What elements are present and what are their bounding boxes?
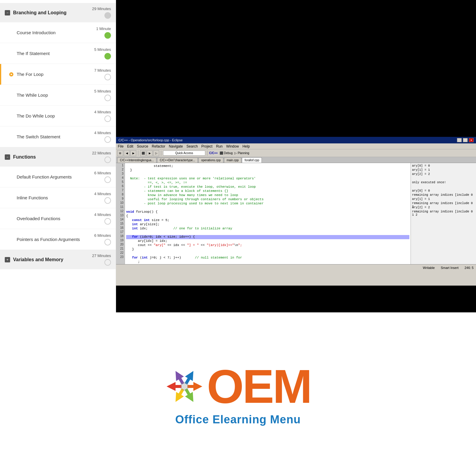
lesson-duration: 5 Minutes	[94, 47, 111, 60]
ide-window-controls[interactable]: _ □ ✕	[457, 138, 474, 142]
lesson-play-icon	[9, 93, 14, 98]
menu-search[interactable]: Search	[187, 144, 198, 148]
line-num: 3	[116, 172, 125, 176]
ide-tabs: C/C++Interestinglengua... C/C++Dim"chara…	[116, 157, 476, 163]
menu-run[interactable]: Run	[216, 144, 223, 148]
video-bottom-bar	[116, 286, 476, 312]
video-area: C/C++ - Operations/src/forloop.cpp - Ecl…	[116, 0, 476, 312]
lesson-for-loop[interactable]: The For Loop 7 Minutes	[0, 64, 116, 85]
tab-active[interactable]: forallof.cpp	[242, 157, 262, 163]
lesson-name: The For Loop	[17, 72, 43, 77]
ide-editor-area: 1 2 3 4 5 6 7 8 9 10 11 12 13 14 15 16 1	[116, 163, 476, 264]
toolbar-btn-4[interactable]: ⬛	[140, 150, 146, 156]
lesson-if-statement[interactable]: The If Statement 5 Minutes	[0, 43, 116, 64]
section-functions-duration: 22 Minutes	[92, 151, 111, 163]
section-variables[interactable]: + Variables and Memory 27 Minutes	[0, 250, 116, 269]
code-line: ==, <, >, <=, >=, !=	[126, 181, 409, 185]
code-line: statement;	[126, 164, 409, 168]
line-num: 5	[116, 180, 125, 184]
lesson-name: The Do While Loop	[17, 113, 55, 118]
lesson-duration: 7 Minutes	[94, 68, 111, 80]
active-play-icon	[9, 72, 14, 77]
tab-4[interactable]: main.cpp	[224, 157, 242, 163]
code-line: }	[126, 248, 409, 252]
section-functions[interactable]: − Functions 22 Minutes	[0, 147, 116, 167]
menu-file[interactable]: File	[118, 144, 123, 148]
ide-code-editor[interactable]: statement; } Note: - test expression use…	[125, 163, 411, 264]
perspective-cpp[interactable]: C/C++	[209, 151, 218, 155]
line-num: 8	[116, 193, 125, 197]
tab-2[interactable]: C/C++Dim"charactertype...	[157, 157, 198, 163]
lesson-progress	[104, 95, 111, 101]
oem-logo-text: OEM	[207, 363, 311, 410]
minimize-button[interactable]: _	[457, 138, 462, 142]
lesson-play-icon	[9, 175, 14, 179]
menu-navigate[interactable]: Navigate	[169, 144, 183, 148]
lesson-progress	[104, 197, 111, 204]
line-num: 17	[116, 230, 125, 234]
menu-refactor[interactable]: Refactor	[152, 144, 165, 148]
lesson-name: Course Introduction	[17, 30, 56, 35]
menu-window[interactable]: Window	[226, 144, 239, 148]
lesson-progress	[104, 53, 111, 60]
perspective-debug[interactable]: ⬛ Debug	[220, 151, 233, 155]
lesson-default-func[interactable]: Default Function Arguments 6 Minutes	[0, 167, 116, 187]
menu-project[interactable]: Project	[201, 144, 212, 148]
status-line-col: 246: 5	[464, 266, 474, 270]
lesson-progress	[104, 115, 111, 122]
toolbar-btn-1[interactable]: ⊞	[117, 150, 123, 156]
code-line: - if test is true, execute the loop, oth…	[126, 185, 409, 189]
lesson-inline-func[interactable]: Inline Functions 4 Minutes	[0, 187, 116, 208]
lesson-switch[interactable]: The Switch Statement 4 Minutes	[0, 126, 116, 147]
code-line	[126, 173, 409, 177]
lesson-do-while[interactable]: The Do While Loop 4 Minutes	[0, 106, 116, 126]
logo-area: OEM Office Elearning Menu	[0, 312, 476, 476]
output-line: ary[2] = 2	[412, 173, 475, 177]
line-num: 20	[116, 243, 125, 247]
sidebar: − Branching and Looping 29 Minutes Cours…	[0, 0, 116, 312]
code-line: }	[126, 168, 409, 173]
line-num: 23	[116, 255, 125, 259]
output-line: only executed once!	[412, 181, 475, 185]
menu-edit[interactable]: Edit	[127, 144, 133, 148]
perspective-planning[interactable]: ▷ Planning	[234, 151, 249, 155]
code-line: for (int j=0; j < 7; j++) // null statem…	[126, 256, 409, 260]
lesson-play-icon	[9, 134, 14, 139]
toolbar-separator	[161, 151, 161, 156]
lesson-progress	[104, 218, 111, 225]
ide-titlebar: C/C++ - Operations/src/forloop.cpp - Ecl…	[116, 137, 476, 143]
line-num: 10	[116, 201, 125, 205]
svg-marker-7	[167, 382, 181, 391]
lesson-course-intro[interactable]: Course Introduction 1 Minute	[0, 22, 116, 43]
toolbar-btn-3[interactable]: ▶	[130, 150, 136, 156]
tab-3[interactable]: operations.cpp	[198, 157, 223, 163]
tab-1[interactable]: C/C++Interestinglengua...	[117, 157, 156, 163]
toolbar-btn-2[interactable]: ◀	[124, 150, 130, 156]
toolbar-btn-6[interactable]: ▷	[153, 150, 159, 156]
lesson-while-loop[interactable]: The While Loop 5 Minutes	[0, 85, 116, 106]
lesson-name: The If Statement	[17, 51, 50, 56]
code-line: ary[idx] = idx;	[126, 239, 409, 243]
lesson-play-icon	[9, 51, 14, 56]
lesson-pointers[interactable]: Pointers as Function Arguments 6 Minutes	[0, 229, 116, 250]
code-line: know in advance how many times we need t…	[126, 193, 409, 198]
section-branching[interactable]: − Branching and Looping 29 Minutes	[0, 3, 116, 22]
lesson-play-icon	[9, 195, 14, 200]
line-num: 9	[116, 197, 125, 201]
quick-access-field[interactable]: Quick Access	[163, 151, 205, 156]
logo-row: OEM	[165, 363, 311, 410]
maximize-button[interactable]: □	[463, 138, 468, 142]
lesson-duration: 6 Minutes	[94, 233, 111, 245]
close-button[interactable]: ✕	[469, 138, 474, 142]
ide-window[interactable]: C/C++ - Operations/src/forloop.cpp - Ecl…	[116, 137, 476, 286]
lesson-overloaded[interactable]: Overloaded Functions 4 Minutes	[0, 208, 116, 229]
line-num: 6	[116, 184, 125, 189]
menu-help[interactable]: Help	[242, 144, 250, 148]
code-line-highlighted: for (idx=0; idx < size; idx++) {	[126, 235, 409, 239]
code-line: ;	[126, 260, 409, 264]
menu-source[interactable]: Source	[137, 144, 148, 148]
line-num: 13	[116, 214, 125, 218]
code-line: - post loop processing used to move to n…	[126, 202, 409, 206]
code-line	[126, 206, 409, 210]
toolbar-btn-5[interactable]: ▶	[147, 150, 153, 156]
